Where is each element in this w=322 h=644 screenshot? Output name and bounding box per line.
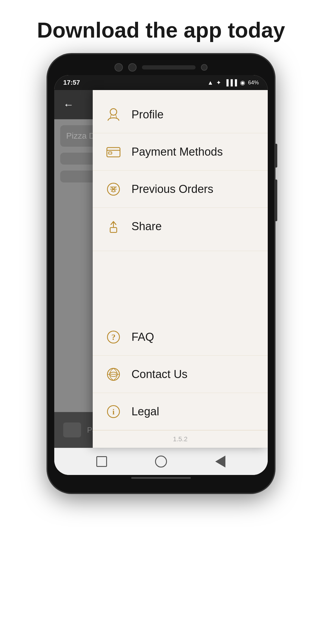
signal-icon: ▐▐▐ <box>224 79 237 86</box>
wifi-icon: ◉ <box>240 79 245 86</box>
svg-rect-3 <box>109 152 112 154</box>
drawer-item-payment-methods[interactable]: Payment Methods <box>93 133 268 171</box>
phone-frame: 17:57 ▲ ✦ ▐▐▐ ◉ 64% ← Pizza D <box>48 54 274 493</box>
drawer-item-legal[interactable]: i Legal <box>93 393 268 430</box>
phone-nav-bar <box>54 448 268 475</box>
phone-screen: 17:57 ▲ ✦ ▐▐▐ ◉ 64% ← Pizza D <box>54 75 268 475</box>
location-icon: ▲ <box>208 79 213 86</box>
drawer-menu-top: Profile Payment Methods <box>93 90 268 251</box>
drawer-item-share[interactable]: Share <box>93 208 268 245</box>
phone-top-bar <box>54 63 268 72</box>
home-indicator <box>131 477 191 479</box>
nav-home-button[interactable] <box>154 454 168 469</box>
drawer-item-contact-us[interactable]: Contact Us <box>93 356 268 393</box>
status-time: 17:57 <box>63 79 80 86</box>
previous-orders-icon <box>105 180 123 198</box>
power-button <box>275 179 277 221</box>
nav-back-button[interactable] <box>213 454 228 469</box>
phone-bottom <box>54 475 268 481</box>
status-icons: ▲ ✦ ▐▐▐ ◉ 64% <box>208 79 259 86</box>
bluetooth-icon: ✦ <box>216 79 221 86</box>
page-header: Download the app today <box>0 0 322 54</box>
version-text: 1.5.2 <box>93 430 268 448</box>
payment-icon-bg <box>63 422 81 437</box>
drawer-item-share-label: Share <box>131 220 162 233</box>
drawer-item-faq-label: FAQ <box>131 331 154 343</box>
nav-square-icon <box>96 456 107 467</box>
page-title: Download the app today <box>12 18 310 42</box>
battery-icon: 64% <box>248 80 259 86</box>
nav-recent-button[interactable] <box>94 454 109 469</box>
drawer-item-orders-label: Previous Orders <box>131 183 213 196</box>
back-arrow-icon[interactable]: ← <box>63 98 74 111</box>
drawer-menu-bottom: ? FAQ <box>93 318 268 448</box>
payment-methods-icon <box>105 143 123 161</box>
drawer-item-profile[interactable]: Profile <box>93 96 268 133</box>
app-background: ← Pizza D Payment T <box>54 90 268 448</box>
svg-text:?: ? <box>112 332 116 341</box>
legal-icon: i <box>105 402 123 420</box>
drawer-item-previous-orders[interactable]: Previous Orders <box>93 171 268 208</box>
contact-us-icon <box>105 365 123 383</box>
volume-button <box>275 144 277 168</box>
svg-point-0 <box>110 109 117 115</box>
drawer-item-legal-label: Legal <box>131 405 159 418</box>
drawer-item-faq[interactable]: ? FAQ <box>93 318 268 356</box>
share-icon <box>105 217 123 235</box>
svg-rect-7 <box>110 227 117 233</box>
camera-lens-left <box>114 63 123 72</box>
drawer-item-contact-label: Contact Us <box>131 368 188 381</box>
drawer-spacer <box>93 251 268 318</box>
speaker-bar <box>142 65 196 69</box>
drawer-item-profile-label: Profile <box>131 108 164 121</box>
status-bar: 17:57 ▲ ✦ ▐▐▐ ◉ 64% <box>54 75 268 90</box>
nav-triangle-icon <box>215 456 225 467</box>
camera-lens-mid <box>128 63 137 72</box>
drawer-item-payment-label: Payment Methods <box>131 145 223 158</box>
svg-text:i: i <box>112 407 114 416</box>
front-camera <box>201 64 208 71</box>
faq-icon: ? <box>105 328 123 346</box>
nav-circle-icon <box>155 456 167 467</box>
drawer-menu: Profile Payment Methods <box>93 90 268 448</box>
profile-icon <box>105 106 123 123</box>
